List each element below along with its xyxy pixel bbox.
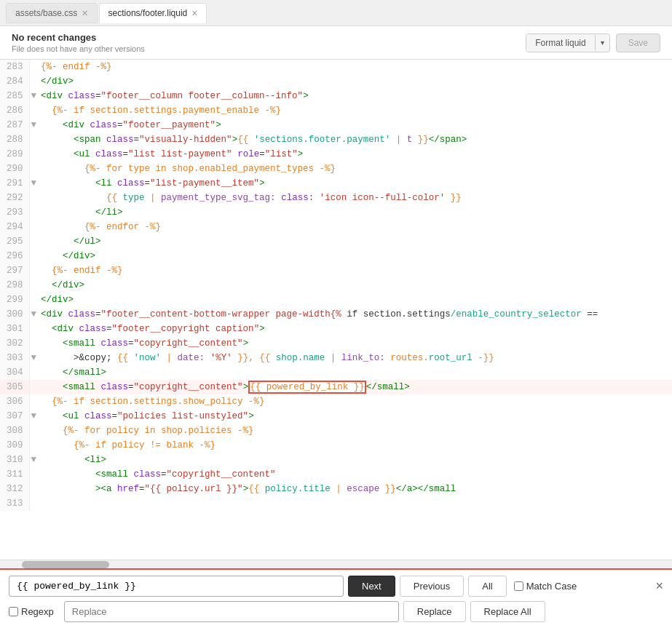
fold-arrow <box>29 234 38 249</box>
replace-row: Regexp Replace Replace All <box>9 601 663 622</box>
table-row: 295 </ul> <box>0 234 672 249</box>
table-row: 307▼ <ul class="policies list-unstyled"> <box>0 409 672 424</box>
line-content: <div class="footer__content-bottom-wrapp… <box>38 307 671 322</box>
fold-arrow[interactable]: ▼ <box>29 89 38 103</box>
line-number: 291 <box>0 176 29 191</box>
fold-arrow <box>29 162 38 176</box>
fold-arrow <box>29 394 38 409</box>
line-content: {%- if section.settings.payment_enable -… <box>38 103 671 118</box>
tab-base-css-close[interactable]: × <box>82 8 87 18</box>
line-content: {%- for type in shop.enabled_payment_typ… <box>38 162 671 176</box>
line-content: <div class="footer__copyright caption"> <box>38 322 671 336</box>
fold-arrow <box>29 322 38 336</box>
tab-footer-liquid[interactable]: sections/footer.liquid × <box>99 3 207 23</box>
format-liquid-main[interactable]: Format liquid <box>526 34 594 52</box>
line-number: 294 <box>0 220 29 234</box>
line-content: </div> <box>38 74 671 89</box>
horizontal-scrollbar[interactable] <box>0 560 672 568</box>
tab-footer-liquid-close[interactable]: × <box>191 8 197 18</box>
table-row: 310▼ <li> <box>0 453 672 467</box>
line-number: 288 <box>0 132 29 147</box>
fold-arrow[interactable]: ▼ <box>29 176 38 191</box>
match-case-text: Match Case <box>526 581 577 592</box>
line-number: 296 <box>0 249 29 263</box>
table-row: 292 {{ type | payment_type_svg_tag: clas… <box>0 191 672 205</box>
line-number: 299 <box>0 293 29 307</box>
line-number: 309 <box>0 438 29 453</box>
close-search-button[interactable]: × <box>655 579 663 594</box>
table-row: 296 </div> <box>0 249 672 263</box>
table-row: 302 <small class="copyright__content"> <box>0 336 672 351</box>
search-bar: Next Previous All Match Case × Regexp Re… <box>0 568 672 628</box>
match-case-checkbox[interactable] <box>514 581 523 591</box>
tab-base-css-label: assets/base.css <box>15 8 77 18</box>
line-number: 293 <box>0 205 29 220</box>
table-row: 306 {%- if section.settings.show_policy … <box>0 394 672 409</box>
fold-arrow <box>29 293 38 307</box>
search-input[interactable] <box>9 576 344 597</box>
all-button[interactable]: All <box>468 576 506 597</box>
replace-button[interactable]: Replace <box>403 601 466 622</box>
fold-arrow <box>29 147 38 162</box>
fold-arrow[interactable]: ▼ <box>29 118 38 132</box>
match-case-label[interactable]: Match Case <box>514 581 577 592</box>
horiz-scroll-thumb[interactable] <box>22 561 109 568</box>
replace-input[interactable] <box>64 601 399 622</box>
line-content: {%- endif -%} <box>38 263 671 278</box>
line-content: {%- if policy != blank -%} <box>38 438 671 453</box>
regexp-checkbox[interactable] <box>9 607 18 616</box>
fold-arrow[interactable]: ▼ <box>29 351 38 365</box>
fold-arrow <box>29 336 38 351</box>
line-content: {%- endfor -%} <box>38 220 671 234</box>
line-number: 295 <box>0 234 29 249</box>
line-content: </div> <box>38 293 671 307</box>
fold-arrow <box>29 220 38 234</box>
table-row: 304 </small> <box>0 365 672 380</box>
table-row: 293 </li> <box>0 205 672 220</box>
fold-arrow <box>29 191 38 205</box>
save-button[interactable]: Save <box>616 33 660 52</box>
format-liquid-button[interactable]: Format liquid ▾ <box>526 33 609 52</box>
table-row: 291▼ <li class="list-payment__item"> <box>0 176 672 191</box>
line-number: 284 <box>0 74 29 89</box>
fold-arrow[interactable]: ▼ <box>29 409 38 424</box>
fold-arrow[interactable]: ▼ <box>29 307 38 322</box>
fold-arrow <box>29 60 38 74</box>
line-number: 289 <box>0 147 29 162</box>
code-container[interactable]: 283{%- endif -%}284</div>285▼<div class=… <box>0 60 672 560</box>
tab-base-css[interactable]: assets/base.css × <box>6 3 98 23</box>
fold-arrow <box>29 424 38 438</box>
fold-arrow <box>29 482 38 496</box>
table-row: 297 {%- endif -%} <box>0 263 672 278</box>
replace-all-button[interactable]: Replace All <box>470 601 545 622</box>
editor-area: 283{%- endif -%}284</div>285▼<div class=… <box>0 60 672 568</box>
line-number: 302 <box>0 336 29 351</box>
previous-button[interactable]: Previous <box>400 576 465 597</box>
line-number: 311 <box>0 467 29 482</box>
line-content: <li> <box>38 453 671 467</box>
line-content: <div class="footer__column footer__colum… <box>38 89 671 103</box>
line-content: <small class="copyright__content">{{ pow… <box>38 380 671 394</box>
table-row: 288 <span class="visually-hidden">{{ 'se… <box>0 132 672 147</box>
table-row: 311 <small class="copyright__content" <box>0 467 672 482</box>
next-button[interactable]: Next <box>348 576 395 597</box>
table-row: 287▼ <div class="footer__payment"> <box>0 118 672 132</box>
line-number: 285 <box>0 89 29 103</box>
format-liquid-dropdown[interactable]: ▾ <box>595 35 609 50</box>
line-number: 290 <box>0 162 29 176</box>
line-content: <ul class="policies list-unstyled"> <box>38 409 671 424</box>
line-number: 306 <box>0 394 29 409</box>
fold-arrow[interactable]: ▼ <box>29 453 38 467</box>
table-row: 286 {%- if section.settings.payment_enab… <box>0 103 672 118</box>
tab-bar: assets/base.css × sections/footer.liquid… <box>0 0 672 26</box>
fold-arrow <box>29 278 38 293</box>
app-container: assets/base.css × sections/footer.liquid… <box>0 0 672 628</box>
code-table: 283{%- endif -%}284</div>285▼<div class=… <box>0 60 672 511</box>
table-row: 298 </div> <box>0 278 672 293</box>
line-number: 308 <box>0 424 29 438</box>
regexp-label[interactable]: Regexp <box>9 606 54 617</box>
line-number: 301 <box>0 322 29 336</box>
line-number: 283 <box>0 60 29 74</box>
line-number: 286 <box>0 103 29 118</box>
line-content: {%- for policy in shop.policies -%} <box>38 424 671 438</box>
